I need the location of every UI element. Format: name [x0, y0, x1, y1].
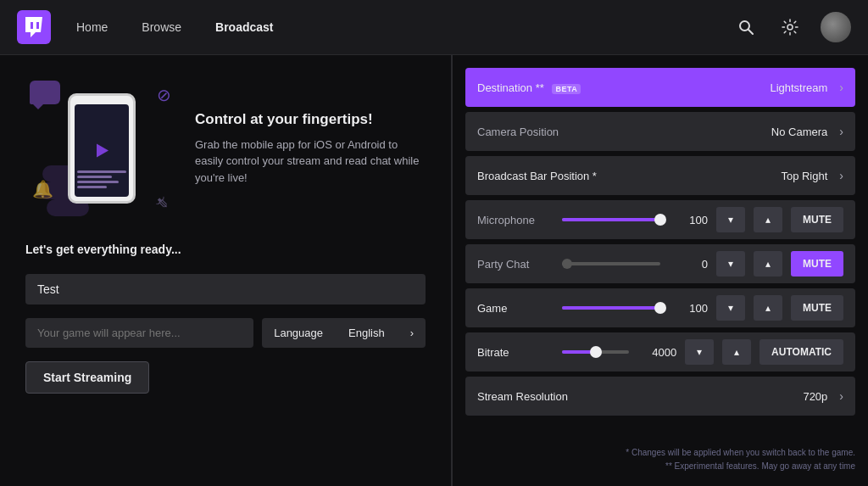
bitrate-value: 4000: [646, 346, 676, 359]
left-panel: ⊘ 🔔 🗡: [0, 55, 452, 486]
broadcast-bar-label: Broadcast Bar Position *: [477, 170, 597, 182]
destination-chevron-icon: ›: [839, 81, 843, 94]
party-chat-row: Party Chat 0 ▾ ▴ MUTE: [465, 244, 855, 283]
hero-title: Control at your fingertips!: [195, 111, 426, 128]
phone-line-1: [77, 170, 126, 173]
microphone-slider-thumb[interactable]: [654, 214, 666, 226]
microphone-up-button[interactable]: ▴: [754, 207, 782, 232]
party-chat-down-button[interactable]: ▾: [716, 251, 745, 277]
game-down-button[interactable]: ▾: [716, 295, 745, 321]
bitrate-slider-thumb[interactable]: [590, 346, 602, 358]
language-value: English: [348, 327, 385, 339]
microphone-label: Microphone: [477, 214, 545, 226]
svg-rect-1: [31, 22, 33, 29]
footnote-2: ** Experimental features. May go away at…: [465, 460, 855, 473]
broadcast-bar-value: Top Right: [781, 170, 827, 182]
nav-browse[interactable]: Browse: [142, 20, 181, 34]
bitrate-label: Bitrate: [477, 346, 545, 359]
bitrate-automatic-button[interactable]: AUTOMATIC: [760, 339, 843, 365]
hero-text: Control at your fingertips! Grab the mob…: [195, 111, 426, 187]
svg-rect-2: [36, 22, 39, 29]
camera-row[interactable]: Camera Position No Camera ›: [465, 112, 855, 151]
game-slider-track[interactable]: [562, 306, 660, 310]
language-chevron-icon: ›: [410, 327, 414, 339]
section-label: Let's get everything ready...: [25, 243, 426, 256]
stream-title-input[interactable]: [25, 274, 426, 304]
bottom-inputs: Language English ›: [25, 318, 426, 348]
phone-line-2: [77, 176, 112, 178]
game-slider-thumb[interactable]: [654, 302, 666, 314]
svg-line-4: [748, 30, 753, 34]
play-icon: [93, 142, 110, 159]
bitrate-down-button[interactable]: ▾: [685, 339, 714, 365]
party-chat-slider-thumb[interactable]: [562, 259, 572, 269]
party-chat-up-button[interactable]: ▴: [754, 251, 782, 277]
broadcast-bar-chevron-icon: ›: [839, 169, 843, 182]
game-up-button[interactable]: ▴: [754, 295, 782, 321]
nav-home[interactable]: Home: [76, 20, 108, 34]
phone-line-3: [77, 181, 119, 183]
language-label: Language: [274, 327, 323, 339]
avatar-image: [821, 12, 851, 42]
hero-body: Grab the mobile app for iOS or Android t…: [195, 137, 426, 187]
start-streaming-button[interactable]: Start Streaming: [25, 361, 149, 394]
hero-graphic: ⊘ 🔔 🗡: [25, 72, 426, 225]
bitrate-row: Bitrate 4000 ▾ ▴ AUTOMATIC: [465, 332, 855, 371]
microphone-value: 100: [677, 214, 708, 226]
language-button[interactable]: Language English ›: [262, 318, 426, 348]
settings-button[interactable]: [776, 14, 804, 41]
microphone-mute-button[interactable]: MUTE: [791, 207, 843, 232]
resolution-label: Stream Resolution: [477, 390, 568, 403]
search-button[interactable]: [732, 14, 760, 41]
destination-row[interactable]: Destination ** BETA Lightstream ›: [465, 68, 855, 107]
phone-graphic: [68, 93, 136, 204]
camera-chevron-icon: ›: [839, 125, 843, 138]
bitrate-up-button[interactable]: ▴: [722, 339, 751, 365]
microphone-down-button[interactable]: ▾: [716, 207, 745, 232]
nav-actions: [732, 12, 851, 42]
microphone-row: Microphone 100 ▾ ▴ MUTE: [465, 200, 855, 239]
footnote-1: * Changes will be applied when you switc…: [465, 446, 855, 460]
nav-broadcast[interactable]: Broadcast: [215, 20, 273, 34]
microphone-slider-fill: [562, 218, 660, 221]
phone-illustration: ⊘ 🔔 🗡: [25, 72, 178, 225]
phone-lines: [77, 168, 126, 191]
bell-icon: 🔔: [32, 179, 53, 199]
right-panel: Destination ** BETA Lightstream › Camera…: [453, 55, 868, 486]
party-chat-label: Party Chat: [477, 258, 545, 271]
bitrate-slider-track[interactable]: [562, 350, 629, 354]
party-chat-mute-button[interactable]: MUTE: [791, 251, 843, 277]
game-audio-row: Game 100 ▾ ▴ MUTE: [465, 288, 855, 327]
game-slider-fill: [562, 306, 660, 310]
resolution-chevron-icon: ›: [839, 389, 843, 403]
game-value: 100: [677, 302, 708, 315]
resolution-value: 720p: [803, 390, 827, 403]
game-input[interactable]: [25, 318, 253, 348]
navigation: Home Browse Broadcast: [0, 0, 868, 55]
nav-links: Home Browse Broadcast: [76, 20, 732, 34]
user-avatar[interactable]: [821, 12, 851, 42]
broadcast-bar-row[interactable]: Broadcast Bar Position * Top Right ›: [465, 156, 855, 195]
satellite-icon: ⊘: [157, 85, 171, 105]
party-chat-value: 0: [677, 258, 708, 271]
footnotes: * Changes will be applied when you switc…: [465, 443, 855, 473]
beta-tag: BETA: [552, 84, 581, 94]
svg-point-5: [787, 25, 793, 30]
chat-decoration: [30, 81, 60, 104]
camera-value: No Camera: [771, 126, 827, 138]
phone-line-4: [77, 186, 107, 188]
microphone-slider-track[interactable]: [562, 218, 660, 221]
game-audio-label: Game: [477, 302, 545, 315]
main-content: ⊘ 🔔 🗡: [0, 55, 868, 486]
sword-icon: 🗡: [150, 192, 174, 215]
destination-value: Lightstream: [770, 81, 827, 94]
twitch-logo[interactable]: [17, 10, 51, 44]
destination-label: Destination ** BETA: [477, 81, 581, 94]
camera-label: Camera Position: [477, 126, 559, 138]
resolution-row[interactable]: Stream Resolution 720p ›: [465, 377, 855, 416]
party-chat-slider-track[interactable]: [562, 262, 660, 265]
game-mute-button[interactable]: MUTE: [791, 295, 843, 321]
